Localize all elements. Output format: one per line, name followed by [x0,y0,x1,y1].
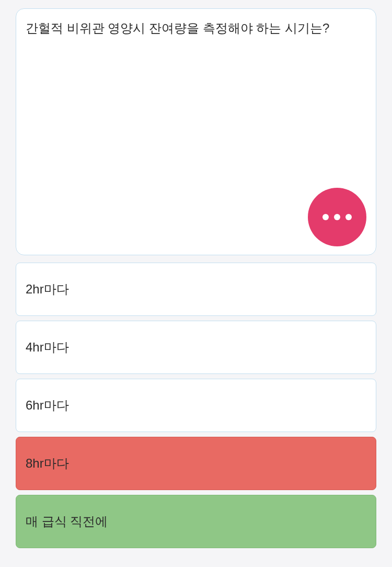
options-list: 2hr마다 4hr마다 6hr마다 8hr마다 매 급식 직전에 [16,263,376,548]
question-text: 간헐적 비위관 영양시 잔여량을 측정해야 하는 시기는? [26,19,366,38]
option-5[interactable]: 매 급식 직전에 [16,495,376,548]
option-2[interactable]: 4hr마다 [16,321,376,374]
more-button[interactable] [308,188,366,246]
option-3[interactable]: 6hr마다 [16,379,376,432]
question-card: 간헐적 비위관 영양시 잔여량을 측정해야 하는 시기는? [16,8,376,255]
dot [345,214,352,220]
more-icon [322,214,352,220]
dot [322,214,329,220]
dot [334,214,340,220]
option-4[interactable]: 8hr마다 [16,437,376,490]
option-1[interactable]: 2hr마다 [16,263,376,316]
